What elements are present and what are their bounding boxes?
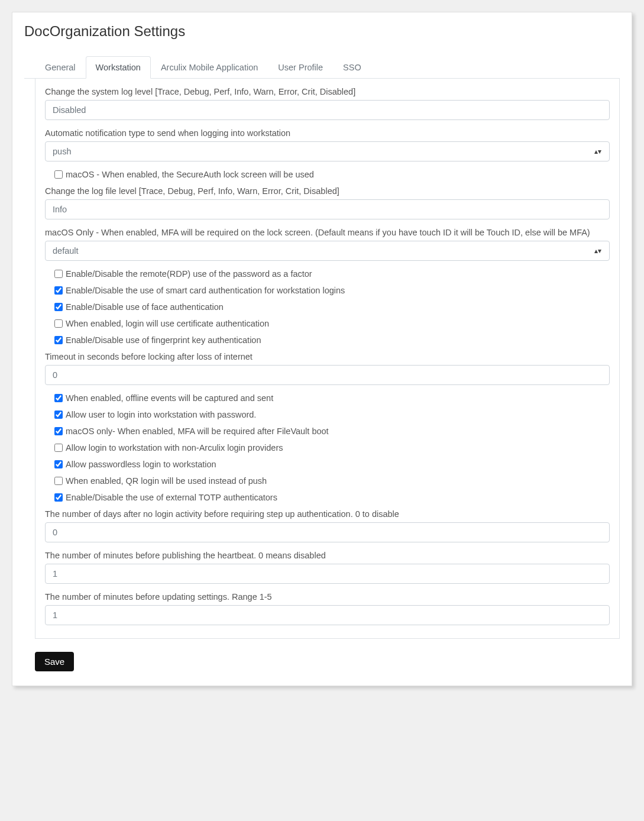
heartbeat-min-label: The number of minutes before publishing … [45, 551, 610, 560]
non-arculix-checkbox[interactable] [54, 444, 63, 452]
smart-card-checkbox[interactable] [54, 286, 63, 295]
sys-log-level-label: Change the system log level [Trace, Debu… [45, 87, 610, 96]
non-arculix-label[interactable]: Allow login to workstation with non-Arcu… [66, 443, 283, 452]
offline-events-checkbox[interactable] [54, 394, 63, 402]
sys-log-level-input[interactable] [45, 100, 610, 120]
notification-type-label: Automatic notification type to send when… [45, 128, 610, 138]
qr-login-label[interactable]: When enabled, QR login will be used inst… [66, 476, 267, 486]
mfa-filevault-checkbox[interactable] [54, 427, 63, 435]
external-totp-label[interactable]: Enable/Disable the use of external TOTP … [66, 493, 277, 502]
login-password-label[interactable]: Allow user to login into workstation wit… [66, 410, 256, 419]
tab-sso[interactable]: SSO [333, 56, 371, 79]
rdp-password-label[interactable]: Enable/Disable the remote(RDP) use of th… [66, 269, 312, 279]
log-file-level-label: Change the log file level [Trace, Debug,… [45, 186, 610, 196]
cert-auth-checkbox[interactable] [54, 319, 63, 328]
settings-panel: DocOrganization Settings General Worksta… [12, 12, 632, 686]
tab-user-profile[interactable]: User Profile [268, 56, 333, 79]
tab-arculix-mobile-application[interactable]: Arculix Mobile Application [151, 56, 268, 79]
save-button[interactable]: Save [35, 652, 74, 671]
macos-mfa-lock-label: macOS Only - When enabled, MFA will be r… [45, 228, 610, 237]
timeout-lock-label: Timeout in seconds before locking after … [45, 352, 610, 361]
tab-content-workstation: Change the system log level [Trace, Debu… [35, 79, 620, 639]
log-file-level-input[interactable] [45, 199, 610, 219]
macos-lockscreen-checkbox[interactable] [54, 170, 63, 179]
face-auth-label[interactable]: Enable/Disable use of face authenticatio… [66, 302, 224, 312]
smart-card-label[interactable]: Enable/Disable the use of smart card aut… [66, 286, 345, 295]
cert-auth-label[interactable]: When enabled, login will use certificate… [66, 319, 269, 328]
tab-general[interactable]: General [35, 56, 86, 79]
external-totp-checkbox[interactable] [54, 493, 63, 502]
fingerprint-checkbox[interactable] [54, 336, 63, 344]
mfa-filevault-label[interactable]: macOS only- When enabled, MFA will be re… [66, 426, 329, 436]
settings-min-label: The number of minutes before updating se… [45, 592, 610, 602]
settings-min-input[interactable] [45, 605, 610, 625]
macos-lockscreen-label[interactable]: macOS - When enabled, the SecureAuth loc… [66, 170, 314, 179]
stepup-days-input[interactable] [45, 522, 610, 542]
macos-mfa-lock-select[interactable]: default [45, 241, 610, 261]
passwordless-checkbox[interactable] [54, 460, 63, 468]
notification-type-select[interactable]: push [45, 141, 610, 161]
tab-bar: General Workstation Arculix Mobile Appli… [24, 56, 620, 79]
timeout-lock-input[interactable] [45, 365, 610, 385]
heartbeat-min-input[interactable] [45, 564, 610, 584]
tab-workstation[interactable]: Workstation [86, 56, 151, 79]
passwordless-label[interactable]: Allow passwordless login to workstation [66, 460, 216, 469]
rdp-password-checkbox[interactable] [54, 270, 63, 278]
login-password-checkbox[interactable] [54, 410, 63, 419]
face-auth-checkbox[interactable] [54, 303, 63, 311]
qr-login-checkbox[interactable] [54, 477, 63, 485]
offline-events-label[interactable]: When enabled, offline events will be cap… [66, 393, 273, 403]
stepup-days-label: The number of days after no login activi… [45, 509, 610, 519]
fingerprint-label[interactable]: Enable/Disable use of fingerprint key au… [66, 335, 261, 345]
page-title: DocOrganization Settings [24, 23, 620, 40]
